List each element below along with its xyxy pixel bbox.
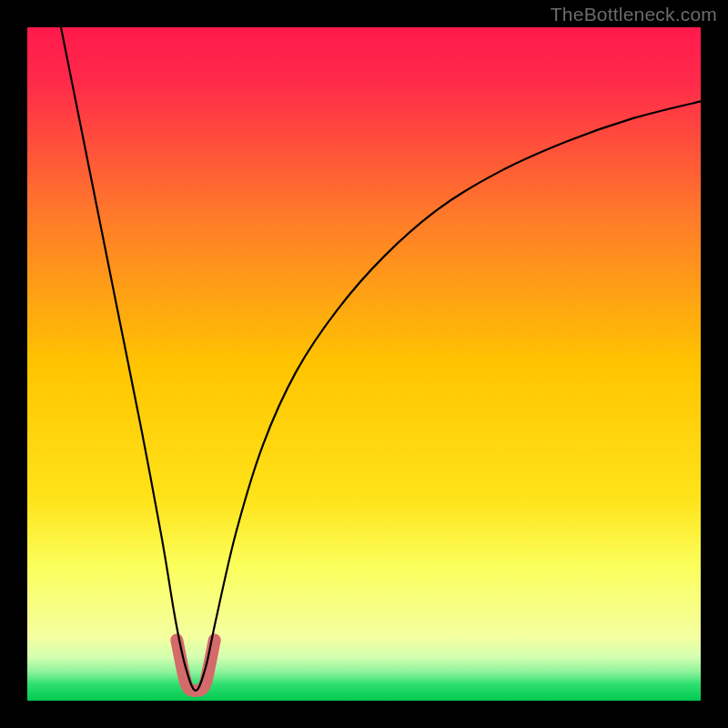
chart-stage: TheBottleneck.com bbox=[0, 0, 728, 728]
plot-svg bbox=[27, 27, 701, 701]
watermark-label: TheBottleneck.com bbox=[551, 4, 717, 25]
plot-area bbox=[27, 27, 701, 701]
